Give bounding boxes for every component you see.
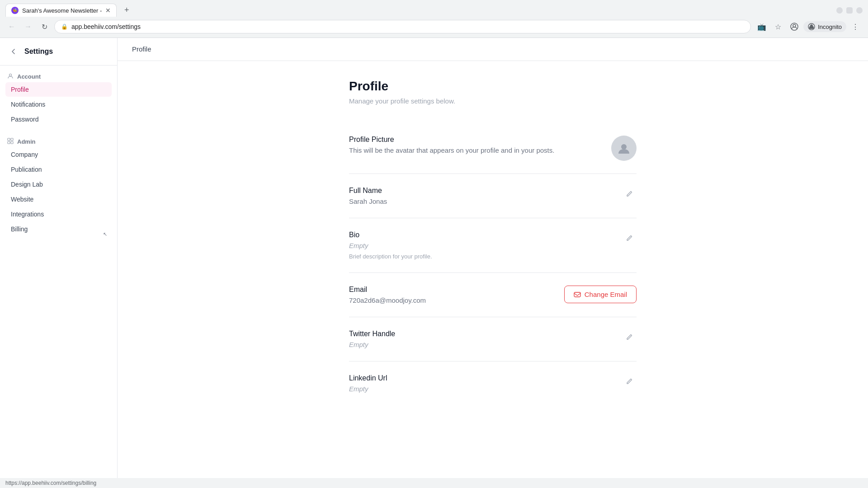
profile-subtitle: Manage your profile settings below. bbox=[349, 97, 637, 105]
reload-button[interactable]: ↻ bbox=[38, 20, 51, 33]
sidebar-item-design-lab[interactable]: Design Lab bbox=[5, 177, 112, 192]
full-name-label: Full Name bbox=[349, 187, 611, 195]
svg-rect-8 bbox=[11, 141, 13, 144]
bookmark-button[interactable]: ☆ bbox=[771, 19, 785, 34]
sidebar-item-profile[interactable]: Profile bbox=[5, 82, 112, 97]
sidebar-section-account-label: Account bbox=[5, 73, 112, 80]
sidebar-item-website[interactable]: Website bbox=[5, 192, 112, 206]
browser-toolbar: ← → ↻ 🔒 app.beehiiv.com/settings 📺 ☆ Inc… bbox=[0, 17, 868, 38]
sidebar-section-account: Account Profile Notifications Password bbox=[0, 66, 117, 131]
page-header-title: Profile bbox=[132, 45, 151, 53]
svg-point-9 bbox=[621, 144, 627, 150]
change-email-label: Change Email bbox=[585, 291, 627, 298]
full-name-info: Full Name Sarah Jonas bbox=[349, 187, 611, 205]
cursor-indicator: ↖ bbox=[103, 231, 107, 237]
full-name-section: Full Name Sarah Jonas bbox=[349, 174, 637, 218]
browser-title-bar: 🐝 Sarah's Awesome Newsletter - ✕ + bbox=[0, 0, 868, 17]
linkedin-action bbox=[622, 374, 637, 389]
twitter-value: Empty bbox=[349, 341, 611, 348]
linkedin-section: Linkedin Url Empty bbox=[349, 361, 637, 405]
account-section-label: Account bbox=[17, 73, 41, 80]
sidebar-item-billing[interactable]: Billing ↖ bbox=[5, 222, 112, 236]
browser-toolbar-actions: 📺 ☆ Incognito ⋮ bbox=[755, 19, 863, 34]
sidebar-item-publication[interactable]: Publication bbox=[5, 162, 112, 177]
profile-picture-description: This will be the avatar that appears on … bbox=[349, 146, 600, 154]
svg-point-4 bbox=[9, 74, 12, 76]
cast-button[interactable]: 📺 bbox=[755, 19, 769, 34]
menu-button[interactable]: ⋮ bbox=[848, 19, 863, 34]
tab-close-button[interactable]: ✕ bbox=[105, 7, 111, 14]
profile-picture-label: Profile Picture bbox=[349, 136, 600, 144]
sidebar-section-admin-label: Admin bbox=[5, 138, 112, 145]
svg-rect-7 bbox=[8, 141, 10, 144]
full-name-edit-button[interactable] bbox=[622, 187, 637, 201]
svg-point-1 bbox=[793, 24, 796, 27]
tab-favicon: 🐝 bbox=[11, 7, 19, 14]
linkedin-info: Linkedin Url Empty bbox=[349, 374, 611, 393]
profile-picture-section: Profile Picture This will be the avatar … bbox=[349, 123, 637, 174]
profile-content: Profile Manage your profile settings bel… bbox=[335, 61, 651, 423]
profile-main-title: Profile bbox=[349, 79, 637, 94]
email-section: Email 720a2d6a@moodjoy.com Change Email bbox=[349, 273, 637, 317]
browser-chrome: 🐝 Sarah's Awesome Newsletter - ✕ + ← → ↻… bbox=[0, 0, 868, 38]
bio-label: Bio bbox=[349, 231, 611, 239]
linkedin-edit-button[interactable] bbox=[622, 374, 637, 389]
browser-tab[interactable]: 🐝 Sarah's Awesome Newsletter - ✕ bbox=[5, 4, 117, 17]
bio-action bbox=[622, 231, 637, 245]
account-icon bbox=[7, 73, 14, 80]
sidebar-item-password[interactable]: Password bbox=[5, 112, 112, 127]
lock-icon: 🔒 bbox=[61, 23, 68, 30]
linkedin-label: Linkedin Url bbox=[349, 374, 611, 382]
email-info: Email 720a2d6a@moodjoy.com bbox=[349, 286, 553, 304]
email-value: 720a2d6a@moodjoy.com bbox=[349, 296, 553, 304]
sidebar: Settings Account Profile Notifications P… bbox=[0, 38, 118, 478]
sidebar-title: Settings bbox=[24, 47, 53, 56]
incognito-button[interactable]: Incognito bbox=[803, 21, 846, 32]
back-button[interactable]: ← bbox=[5, 20, 18, 33]
bio-info: Bio Empty Brief description for your pro… bbox=[349, 231, 611, 260]
twitter-section: Twitter Handle Empty bbox=[349, 317, 637, 361]
main-content: Profile Profile Manage your profile sett… bbox=[118, 38, 868, 478]
page-header: Profile bbox=[118, 38, 868, 61]
address-bar[interactable]: 🔒 app.beehiiv.com/settings bbox=[54, 20, 751, 33]
address-text: app.beehiiv.com/settings bbox=[71, 23, 141, 30]
svg-rect-6 bbox=[11, 138, 13, 141]
bio-value: Empty bbox=[349, 242, 611, 249]
incognito-label: Incognito bbox=[818, 23, 842, 30]
status-url: https://app.beehiiv.com/settings/billing bbox=[5, 480, 96, 486]
sidebar-item-integrations[interactable]: Integrations bbox=[5, 207, 112, 221]
status-bar: https://app.beehiiv.com/settings/billing bbox=[0, 478, 868, 488]
bio-section: Bio Empty Brief description for your pro… bbox=[349, 218, 637, 273]
avatar-upload[interactable] bbox=[611, 136, 637, 161]
change-email-button[interactable]: Change Email bbox=[564, 286, 637, 303]
full-name-action bbox=[622, 187, 637, 201]
window-maximize-button[interactable] bbox=[846, 7, 853, 14]
forward-button[interactable]: → bbox=[22, 20, 34, 33]
bio-edit-button[interactable] bbox=[622, 231, 637, 245]
linkedin-value: Empty bbox=[349, 385, 611, 393]
window-minimize-button[interactable] bbox=[836, 7, 843, 14]
twitter-label: Twitter Handle bbox=[349, 330, 611, 338]
svg-rect-10 bbox=[574, 292, 580, 297]
sidebar-item-company[interactable]: Company bbox=[5, 147, 112, 162]
admin-section-label: Admin bbox=[17, 138, 35, 145]
tab-title: Sarah's Awesome Newsletter - bbox=[22, 7, 102, 14]
window-close-button[interactable] bbox=[856, 7, 863, 14]
new-tab-button[interactable]: + bbox=[120, 4, 133, 17]
profile-picture-action[interactable] bbox=[611, 136, 637, 161]
profile-picture-info: Profile Picture This will be the avatar … bbox=[349, 136, 600, 154]
svg-rect-5 bbox=[8, 138, 10, 141]
svg-rect-3 bbox=[809, 26, 814, 29]
sidebar-header: Settings bbox=[0, 38, 117, 66]
sidebar-back-button[interactable] bbox=[7, 45, 20, 58]
bio-hint: Brief description for your profile. bbox=[349, 253, 611, 260]
twitter-info: Twitter Handle Empty bbox=[349, 330, 611, 348]
email-action: Change Email bbox=[564, 286, 637, 303]
email-label: Email bbox=[349, 286, 553, 294]
full-name-value: Sarah Jonas bbox=[349, 197, 611, 205]
sidebar-item-notifications[interactable]: Notifications bbox=[5, 97, 112, 112]
sidebar-section-admin: Admin Company Publication Design Lab Web… bbox=[0, 131, 117, 240]
profile-button[interactable] bbox=[787, 19, 802, 34]
twitter-action bbox=[622, 330, 637, 344]
twitter-edit-button[interactable] bbox=[622, 330, 637, 344]
